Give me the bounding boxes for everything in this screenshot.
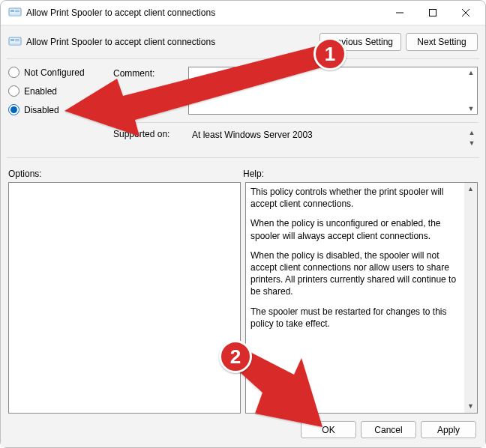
- help-paragraph: When the policy is disabled, the spooler…: [250, 249, 460, 298]
- lower-labels: Options: Help:: [7, 164, 479, 181]
- svg-rect-10: [10, 43, 20, 45]
- lower-panes: This policy controls whether the print s…: [7, 181, 479, 414]
- options-pane: [8, 182, 241, 414]
- radio-label: Disabled: [24, 105, 59, 115]
- supported-row: Supported on: At least Windows Server 20…: [113, 127, 478, 148]
- help-pane: This policy controls whether the print s…: [245, 182, 478, 414]
- help-scrollbar[interactable]: ▲ ▼: [464, 183, 477, 413]
- next-setting-button[interactable]: Next Setting: [406, 33, 478, 51]
- scroll-down-icon[interactable]: ▼: [465, 103, 477, 114]
- comment-row: Comment: ▲ ▼: [113, 67, 478, 115]
- gpo-icon: [8, 35, 22, 49]
- radio-label: Enabled: [24, 86, 57, 97]
- comment-scrollbar[interactable]: ▲ ▼: [465, 67, 477, 114]
- radio-enabled-input[interactable]: [8, 85, 20, 97]
- fields-column: Comment: ▲ ▼ Supported on: At least Wind…: [113, 67, 478, 153]
- separator: [113, 122, 478, 123]
- header-row: Allow Print Spooler to accept client con…: [7, 31, 479, 58]
- supported-label: Supported on:: [113, 127, 188, 139]
- apply-button[interactable]: Apply: [421, 421, 476, 438]
- help-label: Help:: [243, 169, 264, 179]
- setting-title: Allow Print Spooler to accept client con…: [26, 37, 215, 47]
- supported-on-text: At least Windows Server 2003: [192, 130, 313, 140]
- separator: [7, 58, 479, 59]
- svg-rect-13: [15, 40, 20, 41]
- minimize-button[interactable]: [383, 1, 416, 24]
- window: Allow Print Spooler to accept client con…: [0, 0, 486, 448]
- radio-enabled[interactable]: Enabled: [8, 85, 113, 97]
- svg-rect-1: [10, 13, 20, 16]
- svg-rect-12: [15, 39, 20, 40]
- supported-on-value: At least Windows Server 2003 ▲ ▼: [188, 127, 478, 148]
- help-paragraph: When the policy is unconfigured or enabl…: [250, 217, 460, 241]
- titlebar[interactable]: Allow Print Spooler to accept client con…: [1, 1, 485, 25]
- radio-not-configured[interactable]: Not Configured: [8, 67, 113, 78]
- content-area: Allow Print Spooler to accept client con…: [1, 25, 485, 447]
- svg-rect-6: [430, 10, 436, 16]
- comment-textarea[interactable]: ▲ ▼: [188, 67, 478, 115]
- maximize-button[interactable]: [416, 1, 449, 24]
- previous-setting-button[interactable]: Previous Setting: [320, 33, 401, 51]
- close-button[interactable]: [449, 1, 482, 24]
- scroll-down-icon[interactable]: ▼: [464, 400, 477, 413]
- state-radio-group: Not Configured Enabled Disabled: [8, 67, 113, 153]
- gpo-icon: [8, 6, 22, 19]
- supported-scrollbar: ▲ ▼: [466, 127, 478, 148]
- help-text: This policy controls whether the print s…: [246, 183, 464, 413]
- scroll-down-icon: ▼: [466, 138, 478, 148]
- radio-disabled-input[interactable]: [8, 104, 20, 115]
- window-title: Allow Print Spooler to accept client con…: [26, 7, 383, 18]
- svg-rect-4: [15, 11, 20, 12]
- svg-rect-11: [10, 39, 14, 41]
- options-label: Options:: [8, 169, 243, 179]
- scroll-up-icon[interactable]: ▲: [465, 67, 477, 78]
- comment-label: Comment:: [113, 67, 188, 79]
- radio-not-configured-input[interactable]: [8, 67, 20, 78]
- svg-rect-3: [15, 10, 20, 10]
- help-paragraph: This policy controls whether the print s…: [250, 186, 460, 210]
- ok-button[interactable]: OK: [301, 421, 356, 438]
- separator: [7, 157, 479, 158]
- upper-section: Not Configured Enabled Disabled Comment:: [7, 65, 479, 157]
- help-paragraph: The spooler must be restarted for change…: [250, 306, 460, 330]
- scroll-up-icon[interactable]: ▲: [464, 183, 477, 196]
- radio-label: Not Configured: [24, 67, 85, 78]
- cancel-button[interactable]: Cancel: [361, 421, 416, 438]
- radio-disabled[interactable]: Disabled: [8, 104, 113, 115]
- scroll-up-icon: ▲: [466, 127, 478, 138]
- svg-rect-2: [10, 10, 14, 12]
- bottom-button-row: OK Cancel Apply: [7, 414, 479, 441]
